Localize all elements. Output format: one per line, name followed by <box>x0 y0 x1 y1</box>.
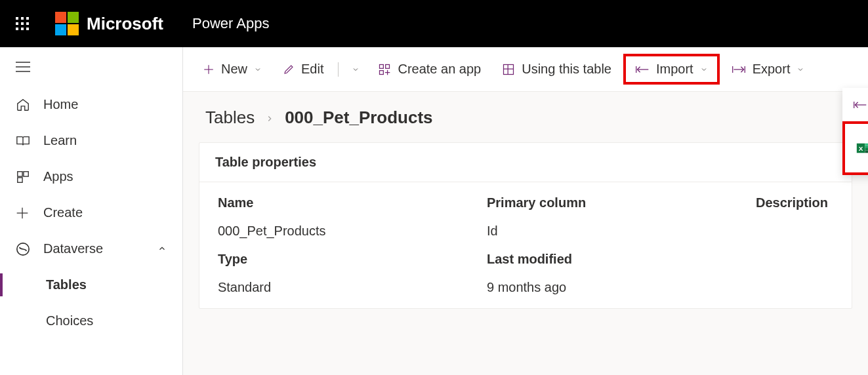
import-arrow-icon <box>635 64 650 75</box>
hamburger-icon <box>16 62 30 72</box>
brand-text: Microsoft <box>87 14 163 34</box>
sidebar-subitem-tables[interactable]: Tables <box>0 267 182 303</box>
table-properties-card: Table properties Name Primary column Des… <box>199 142 852 309</box>
svg-text:X: X <box>859 145 863 152</box>
export-arrow-icon <box>732 64 746 75</box>
microsoft-logo-icon <box>55 12 79 35</box>
button-label: Export <box>753 62 791 77</box>
svg-rect-5 <box>18 177 22 182</box>
svg-rect-3 <box>18 171 22 176</box>
export-button[interactable]: Export <box>722 56 814 82</box>
import-arrow-icon <box>853 100 867 110</box>
sidebar-item-dataverse[interactable]: Dataverse <box>0 231 182 267</box>
hamburger-button[interactable] <box>0 54 182 87</box>
breadcrumb: Tables 000_Pet_Products <box>183 92 868 142</box>
create-app-button[interactable]: Create an app <box>369 56 490 82</box>
svg-rect-29 <box>865 146 868 148</box>
label-type: Type <box>218 252 487 267</box>
plus-icon <box>203 64 215 75</box>
table-icon <box>502 63 515 76</box>
svg-rect-11 <box>380 64 384 68</box>
svg-rect-4 <box>24 171 28 176</box>
app-grid-plus-icon <box>378 63 391 76</box>
svg-rect-31 <box>865 151 868 153</box>
global-header: Microsoft Power Apps <box>0 0 868 47</box>
sidebar-item-label: Dataverse <box>43 241 103 256</box>
breadcrumb-current: 000_Pet_Products <box>285 108 432 128</box>
chevron-up-icon <box>157 241 167 256</box>
svg-rect-30 <box>865 148 868 151</box>
button-label: New <box>221 62 247 77</box>
chevron-down-icon <box>352 66 360 73</box>
import-from-excel-item[interactable]: X Import data from Excel <box>842 121 868 175</box>
app-name: Power Apps <box>192 15 269 32</box>
grid-icon <box>16 170 34 184</box>
chevron-down-icon <box>796 66 804 73</box>
book-icon <box>16 134 34 148</box>
sidebar-item-label: Create <box>43 205 83 220</box>
dataverse-icon <box>16 242 34 256</box>
microsoft-logo: Microsoft <box>55 12 163 35</box>
new-button[interactable]: New <box>194 56 271 82</box>
pencil-icon <box>283 64 295 75</box>
button-label: Import <box>656 62 693 77</box>
value-primary: Id <box>487 224 756 239</box>
svg-rect-28 <box>865 144 868 146</box>
breadcrumb-separator-icon <box>265 108 274 128</box>
chevron-down-icon <box>700 66 708 73</box>
sidebar: Home Learn Apps Create Dataverse <box>0 47 183 375</box>
svg-rect-16 <box>504 64 514 74</box>
chevron-down-icon <box>254 66 262 73</box>
label-name: Name <box>218 195 487 210</box>
value-name: 000_Pet_Products <box>218 224 487 239</box>
import-dropdown: Import data X Import data from Excel <box>842 88 868 175</box>
sidebar-item-apps[interactable]: Apps <box>0 159 182 195</box>
breadcrumb-parent[interactable]: Tables <box>205 108 255 128</box>
excel-icon: X <box>856 141 868 155</box>
command-bar: New Edit Create an app Using this table <box>183 47 868 92</box>
main-area: New Edit Create an app Using this table <box>183 47 868 375</box>
button-label: Using this table <box>522 62 611 77</box>
sidebar-item-home[interactable]: Home <box>0 87 182 123</box>
sidebar-item-label: Learn <box>43 133 77 148</box>
home-icon <box>16 98 34 112</box>
sidebar-item-label: Home <box>43 97 78 112</box>
sidebar-item-label: Choices <box>46 313 93 328</box>
svg-rect-13 <box>380 70 384 74</box>
label-primary: Primary column <box>487 195 756 210</box>
sidebar-subitem-choices[interactable]: Choices <box>0 303 182 339</box>
sidebar-item-learn[interactable]: Learn <box>0 123 182 159</box>
label-modified: Last modified <box>487 252 756 267</box>
value-type: Standard <box>218 280 487 295</box>
button-label: Create an app <box>398 62 481 77</box>
sidebar-item-label: Tables <box>46 277 87 292</box>
svg-rect-12 <box>386 64 390 68</box>
value-modified: 9 months ago <box>487 280 756 295</box>
plus-icon <box>16 207 34 220</box>
sidebar-item-create[interactable]: Create <box>0 195 182 231</box>
import-data-item[interactable]: Import data <box>842 88 868 121</box>
import-button[interactable]: Import <box>623 54 720 85</box>
edit-split-button[interactable] <box>335 57 366 82</box>
waffle-icon[interactable] <box>16 17 29 30</box>
button-label: Edit <box>301 62 323 77</box>
using-table-button[interactable]: Using this table <box>493 56 621 82</box>
card-title: Table properties <box>199 143 852 182</box>
edit-button[interactable]: Edit <box>274 56 333 82</box>
sidebar-item-label: Apps <box>43 169 73 184</box>
label-description: Description <box>756 195 833 210</box>
